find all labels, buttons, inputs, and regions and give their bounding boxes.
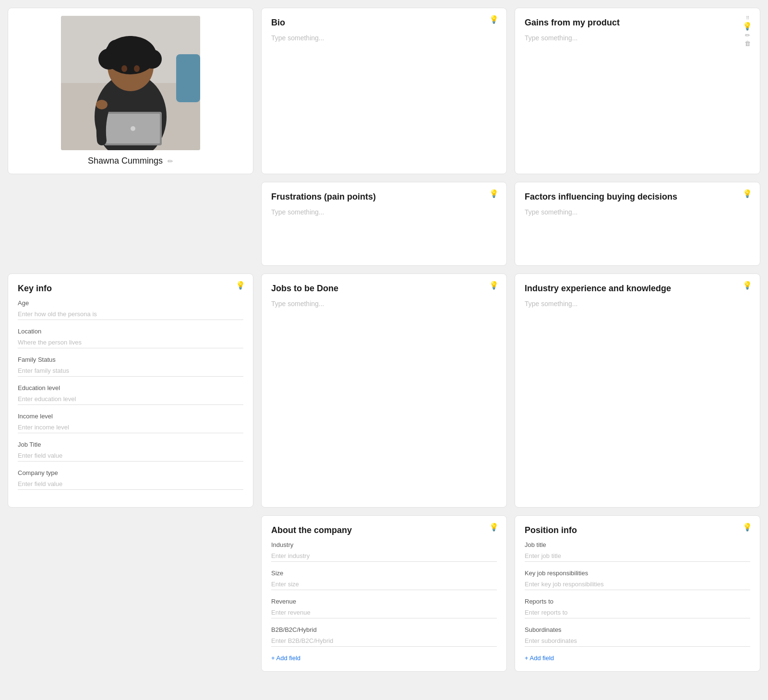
key-info-field-group-4: Income level <box>18 413 243 433</box>
jobs-lightbulb-icon[interactable]: 💡 <box>489 282 499 289</box>
about-company-field-input-1[interactable] <box>271 579 497 590</box>
position-info-fields: Job titleKey job responsibilitiesReports… <box>525 541 750 647</box>
about-company-field-group-0: Industry <box>271 541 497 562</box>
industry-exp-placeholder: Type something... <box>525 300 578 308</box>
key-info-field-label-0: Age <box>18 299 243 307</box>
key-info-field-input-6[interactable] <box>18 478 243 490</box>
industry-exp-lightbulb-icon[interactable]: 💡 <box>743 282 752 289</box>
position-info-card-icons: 💡 <box>743 523 752 531</box>
key-info-card-icons: 💡 <box>236 282 245 289</box>
position-info-field-group-1: Key job responsibilities <box>525 569 750 590</box>
about-company-fields: IndustrySizeRevenueB2B/B2C/Hybrid <box>271 541 497 647</box>
about-company-field-input-2[interactable] <box>271 607 497 618</box>
bio-lightbulb-icon[interactable]: 💡 <box>489 16 499 24</box>
factors-card-icons: 💡 <box>743 190 752 198</box>
svg-point-10 <box>122 36 139 53</box>
position-info-field-group-3: Subordinates <box>525 626 750 647</box>
position-info-field-label-3: Subordinates <box>525 626 750 633</box>
about-company-lightbulb-icon[interactable]: 💡 <box>489 523 499 531</box>
position-info-field-label-0: Job title <box>525 541 750 548</box>
about-company-field-input-0[interactable] <box>271 550 497 562</box>
main-grid: Shawna Cummings ✏ 💡 Bio Type something..… <box>8 8 760 672</box>
factors-lightbulb-icon[interactable]: 💡 <box>743 190 752 198</box>
key-info-card: 💡 Key info AgeLocationFamily StatusEduca… <box>8 273 253 508</box>
bio-card: 💡 Bio Type something... <box>261 8 507 174</box>
about-company-field-label-3: B2B/B2C/Hybrid <box>271 626 497 633</box>
position-info-field-input-3[interactable] <box>525 635 750 647</box>
gains-card-icons: ⠿ 💡 ✏ 🗑 <box>743 16 752 47</box>
factors-content[interactable]: Type something... <box>525 208 750 256</box>
position-info-lightbulb-icon[interactable]: 💡 <box>743 523 752 531</box>
jobs-placeholder: Type something... <box>271 300 324 308</box>
profile-name: Shawna Cummings <box>88 156 163 166</box>
position-info-field-input-0[interactable] <box>525 550 750 562</box>
key-info-field-group-0: Age <box>18 299 243 320</box>
bio-title: Bio <box>271 18 497 28</box>
frustrations-placeholder: Type something... <box>271 208 324 216</box>
profile-name-row: Shawna Cummings ✏ <box>16 156 245 166</box>
svg-point-16 <box>131 126 135 131</box>
key-info-field-label-1: Location <box>18 328 243 335</box>
bio-placeholder: Type something... <box>271 34 324 42</box>
key-info-field-label-5: Job Title <box>18 441 243 448</box>
key-info-field-input-3[interactable] <box>18 393 243 405</box>
gains-title: Gains from my product <box>525 18 750 28</box>
about-company-field-group-2: Revenue <box>271 598 497 618</box>
jobs-content[interactable]: Type something... <box>271 299 497 347</box>
key-info-fields: AgeLocationFamily StatusEducation levelI… <box>18 299 243 490</box>
key-info-field-group-2: Family Status <box>18 356 243 377</box>
bio-card-icons: 💡 <box>489 16 499 24</box>
gains-lightbulb-icon[interactable]: 💡 <box>743 23 752 30</box>
industry-exp-title: Industry experience and knowledge <box>525 284 750 294</box>
jobs-title: Jobs to be Done <box>271 284 497 294</box>
svg-point-11 <box>121 65 127 72</box>
position-info-add-field[interactable]: + Add field <box>525 654 750 662</box>
about-company-add-field[interactable]: + Add field <box>271 654 497 662</box>
svg-rect-2 <box>176 54 200 102</box>
svg-point-12 <box>134 65 140 72</box>
industry-exp-card-icons: 💡 <box>743 282 752 289</box>
position-info-title: Position info <box>525 525 750 535</box>
key-info-field-input-4[interactable] <box>18 422 243 433</box>
position-info-field-label-1: Key job responsibilities <box>525 569 750 577</box>
factors-placeholder: Type something... <box>525 208 578 216</box>
bio-content[interactable]: Type something... <box>271 34 497 82</box>
gains-pencil-icon[interactable]: ✏ <box>745 32 750 38</box>
about-company-field-input-3[interactable] <box>271 635 497 647</box>
about-company-field-label-0: Industry <box>271 541 497 548</box>
key-info-lightbulb-icon[interactable]: 💡 <box>236 282 245 289</box>
profile-image[interactable] <box>61 16 200 150</box>
frustrations-lightbulb-icon[interactable]: 💡 <box>489 190 499 198</box>
frustrations-content[interactable]: Type something... <box>271 208 497 256</box>
about-company-field-label-2: Revenue <box>271 598 497 605</box>
key-info-field-group-5: Job Title <box>18 441 243 462</box>
profile-card: Shawna Cummings ✏ <box>8 8 253 174</box>
about-company-title: About the company <box>271 525 497 535</box>
key-info-field-label-4: Income level <box>18 413 243 420</box>
key-info-field-group-1: Location <box>18 328 243 348</box>
key-info-title: Key info <box>18 284 243 294</box>
key-info-field-group-6: Company type <box>18 469 243 490</box>
key-info-field-label-6: Company type <box>18 469 243 476</box>
about-company-card-icons: 💡 <box>489 523 499 531</box>
gains-content[interactable]: Type something... <box>525 34 750 82</box>
key-info-field-input-1[interactable] <box>18 337 243 348</box>
factors-card: 💡 Factors influencing buying decisions T… <box>515 182 760 266</box>
position-info-field-input-2[interactable] <box>525 607 750 618</box>
position-info-field-label-2: Reports to <box>525 598 750 605</box>
gains-trash-icon[interactable]: 🗑 <box>744 40 751 47</box>
industry-exp-card: 💡 Industry experience and knowledge Type… <box>515 273 760 508</box>
industry-exp-content[interactable]: Type something... <box>525 299 750 347</box>
gains-placeholder: Type something... <box>525 34 578 42</box>
key-info-field-input-2[interactable] <box>18 365 243 377</box>
jobs-card-icons: 💡 <box>489 282 499 289</box>
key-info-field-input-5[interactable] <box>18 450 243 462</box>
gains-dots-icon: ⠿ <box>746 16 749 21</box>
factors-title: Factors influencing buying decisions <box>525 192 750 202</box>
profile-edit-icon[interactable]: ✏ <box>168 157 173 165</box>
about-company-field-label-1: Size <box>271 569 497 577</box>
key-info-field-group-3: Education level <box>18 384 243 405</box>
key-info-field-label-2: Family Status <box>18 356 243 363</box>
position-info-field-input-1[interactable] <box>525 579 750 590</box>
key-info-field-input-0[interactable] <box>18 308 243 320</box>
